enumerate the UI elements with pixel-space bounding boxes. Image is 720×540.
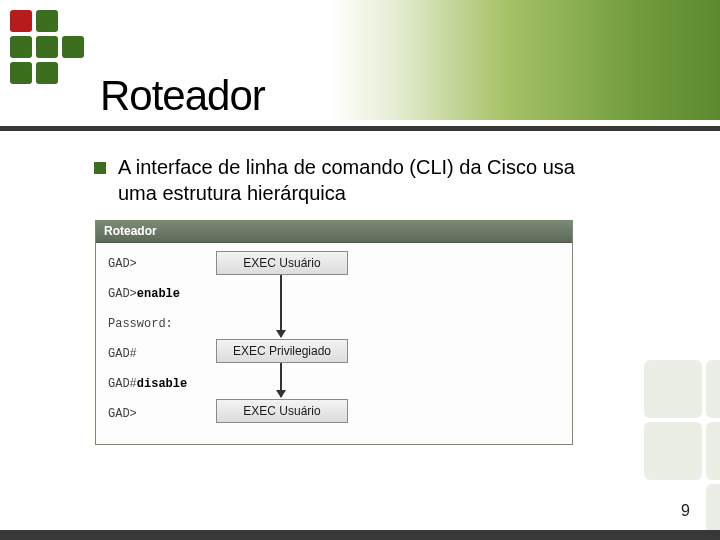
body-text-content: A interface de linha de comando (CLI) da…	[118, 156, 575, 204]
brand-logo	[10, 10, 86, 86]
arrow-down-icon	[280, 275, 282, 337]
logo-square-green	[36, 62, 58, 84]
logo-square-green	[62, 36, 84, 58]
mode-box-user: EXEC Usuário	[216, 399, 348, 423]
cli-prompt: GAD>	[108, 407, 137, 421]
title-underline	[0, 126, 720, 131]
page-number: 9	[681, 502, 690, 520]
deco-square	[706, 422, 720, 480]
deco-square	[644, 360, 702, 418]
diagram-body: GAD> GAD>enable Password: GAD# GAD#disab…	[96, 243, 572, 446]
deco-square	[706, 360, 720, 418]
mode-box-privileged: EXEC Privilegiado	[216, 339, 348, 363]
footer-bar	[0, 530, 720, 540]
cli-prompt: Password:	[108, 317, 173, 331]
cli-prompt: GAD#	[108, 377, 137, 391]
cli-line: GAD>	[108, 407, 137, 421]
cli-command: disable	[137, 377, 187, 391]
header-gradient	[330, 0, 720, 120]
logo-square-green	[10, 62, 32, 84]
cli-diagram-panel: Roteador GAD> GAD>enable Password: GAD# …	[95, 220, 573, 445]
body-paragraph: A interface de linha de comando (CLI) da…	[118, 155, 598, 206]
cli-prompt: GAD>	[108, 287, 137, 301]
logo-square-green	[36, 10, 58, 32]
cli-line: GAD>	[108, 257, 137, 271]
cli-line: GAD#disable	[108, 377, 187, 391]
cli-command: enable	[137, 287, 180, 301]
cli-prompt: GAD>	[108, 257, 137, 271]
diagram-header: Roteador	[96, 221, 572, 243]
logo-square-green	[36, 36, 58, 58]
cli-line: GAD>enable	[108, 287, 180, 301]
cli-prompt: GAD#	[108, 347, 137, 361]
slide-title-wrap: Roteador	[100, 72, 265, 120]
cli-line: Password:	[108, 317, 173, 331]
deco-square	[644, 422, 702, 480]
arrow-down-icon	[280, 363, 282, 397]
mode-box-user: EXEC Usuário	[216, 251, 348, 275]
cli-line: GAD#	[108, 347, 137, 361]
slide-title: Roteador	[100, 72, 265, 120]
logo-square-red	[10, 10, 32, 32]
bullet-square-icon	[94, 162, 106, 174]
logo-square-green	[10, 36, 32, 58]
